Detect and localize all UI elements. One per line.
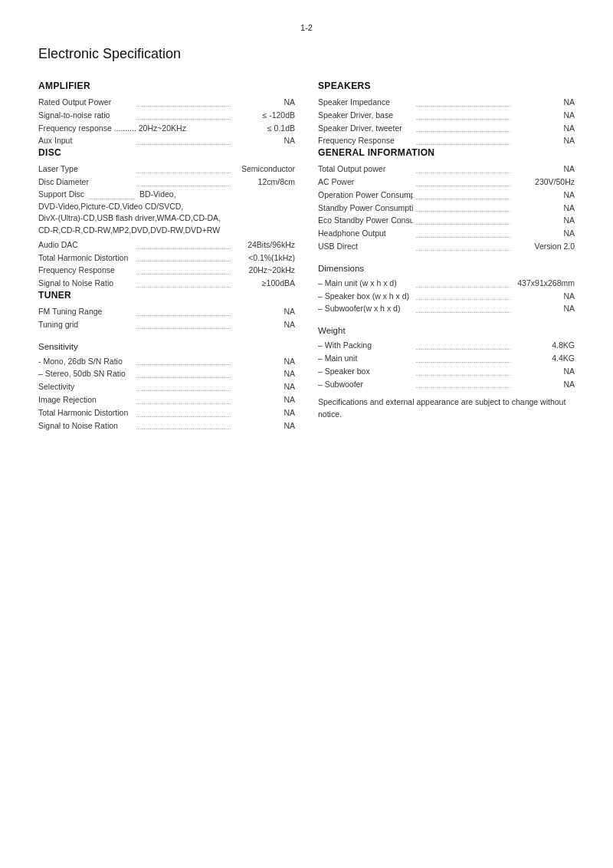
list-item: USB Direct Version 2.0: [318, 240, 575, 253]
list-item: Signal-to-noise ratio ≤ -120dB: [38, 109, 295, 122]
page-title: Electronic Specification: [38, 46, 575, 62]
sensitivity-title: Sensitivity: [38, 342, 295, 351]
list-item: Image Rejection NA: [38, 393, 295, 406]
list-item: – Stereo, 50db SN Ratio NA: [38, 367, 295, 380]
right-column: SPEAKERS Speaker Impedance NA Speaker Dr…: [318, 81, 575, 432]
weight-title: Weight: [318, 326, 575, 335]
list-item: – Subwoofer NA: [318, 378, 575, 391]
page-number: 1-2: [38, 23, 575, 32]
list-item: Headphone Output NA: [318, 227, 575, 240]
list-item: FM Tuning Range NA: [38, 305, 295, 318]
list-item: Laser Type Semiconductor: [38, 163, 295, 176]
list-item: Support Disc BD-Video,DVD-Video,Picture-…: [38, 189, 295, 237]
list-item: Total Output power NA: [318, 163, 575, 176]
list-item: Signal to Noise Ration NA: [38, 419, 295, 432]
amplifier-section: AMPLIFIER Rated Output Power NA Signal-t…: [38, 81, 295, 147]
dimensions-title: Dimensions: [318, 264, 575, 273]
list-item: Speaker Driver, base NA: [318, 109, 575, 122]
general-info-title: GENERAL INFORMATION: [318, 147, 575, 158]
list-item: AC Power 230V/50Hz: [318, 176, 575, 189]
list-item: Total Harmonic Distortion NA: [38, 406, 295, 419]
list-item: Speaker Impedance NA: [318, 96, 575, 109]
list-item: Eco Standby Power Consumption NA: [318, 214, 575, 227]
list-item: Frequency Response NA: [318, 134, 575, 147]
list-item: Aux Input NA: [38, 134, 295, 147]
general-info-section: GENERAL INFORMATION Total Output power N…: [318, 147, 575, 253]
list-item: – Subwoofer(w x h x d) NA: [318, 302, 575, 315]
list-item: Total Harmonic Distortion <0.1%(1kHz): [38, 252, 295, 265]
tuner-section: TUNER FM Tuning Range NA Tuning grid NA: [38, 290, 295, 331]
left-column: AMPLIFIER Rated Output Power NA Signal-t…: [38, 81, 295, 432]
list-item: Frequency response .......... 20Hz~20KHz…: [38, 122, 295, 135]
speakers-title: SPEAKERS: [318, 81, 575, 91]
list-item: Rated Output Power NA: [38, 96, 295, 109]
list-item: Disc Diameter 12cm/8cm: [38, 176, 295, 189]
tuner-title: TUNER: [38, 290, 295, 301]
list-item: - Mono, 26db S/N Ratio NA: [38, 355, 295, 368]
list-item: – Main unit (w x h x d) 437x91x268mm: [318, 277, 575, 290]
list-item: Operation Power Consumption NA: [318, 189, 575, 202]
notice-text: Specifications and external appearance a…: [318, 396, 575, 421]
amplifier-title: AMPLIFIER: [38, 81, 295, 91]
list-item: Selectivity NA: [38, 380, 295, 393]
list-item: – With Packing 4.8KG: [318, 339, 575, 352]
list-item: Signal to Noise Ratio ≥100dBA: [38, 277, 295, 290]
list-item: Frequency Response 20Hz~20kHz: [38, 264, 295, 277]
list-item: – Speaker box NA: [318, 365, 575, 378]
disc-section: DISC Laser Type Semiconductor Disc Diame…: [38, 147, 295, 290]
speakers-section: SPEAKERS Speaker Impedance NA Speaker Dr…: [318, 81, 575, 147]
list-item: – Main unit 4.4KG: [318, 352, 575, 365]
weight-section: Weight – With Packing 4.8KG – Main unit …: [318, 326, 575, 390]
sensitivity-section: Sensitivity - Mono, 26db S/N Ratio NA – …: [38, 342, 295, 432]
dimensions-section: Dimensions – Main unit (w x h x d) 437x9…: [318, 264, 575, 315]
disc-title: DISC: [38, 147, 295, 158]
list-item: Speaker Driver, tweeter NA: [318, 122, 575, 135]
list-item: Audio DAC 24Bits/96kHz: [38, 238, 295, 252]
list-item: Tuning grid NA: [38, 318, 295, 331]
list-item: – Speaker box (w x h x d) NA: [318, 290, 575, 303]
list-item: Standby Power Consumption NA: [318, 202, 575, 215]
